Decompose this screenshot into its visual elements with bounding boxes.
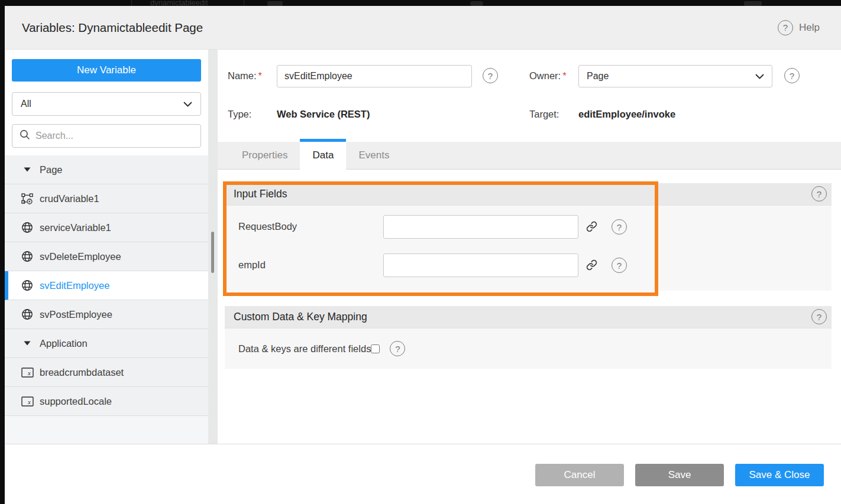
variable-label: svDeleteEmployee <box>40 251 121 262</box>
name-label: Name:* <box>228 70 262 82</box>
model-variable-icon: x <box>20 396 34 407</box>
collapse-triangle-icon[interactable] <box>20 167 34 172</box>
model-variable-icon: x <box>20 368 34 378</box>
empid-help-icon[interactable]: ? <box>612 258 627 273</box>
input-fields-header: Input Fields ? <box>225 183 832 205</box>
sidebar-item-svpostemployee[interactable]: svPostEmployee <box>5 300 208 329</box>
custom-data-body: Data & keys are different fields ? <box>225 328 832 369</box>
sidebar-controls: New Variable All <box>5 50 208 155</box>
tab-events[interactable]: Events <box>346 142 402 169</box>
background-app-strip: dynamictableedit <box>0 0 841 6</box>
variable-detail-panel: Name:* ? Owner:* Page ? Type: Web Servic… <box>218 50 841 444</box>
service-variable-globe-icon <box>20 308 34 320</box>
custom-data-help-icon[interactable]: ? <box>811 309 827 324</box>
background-toolbar-shape <box>470 1 483 6</box>
requestbody-help-icon[interactable]: ? <box>612 219 627 235</box>
cancel-button[interactable]: Cancel <box>535 464 624 486</box>
custom-data-section: Custom Data & Key Mapping ? Data & keys … <box>225 306 832 369</box>
required-asterisk: * <box>562 70 566 81</box>
collapse-triangle-icon[interactable] <box>20 341 34 346</box>
search-icon <box>20 129 30 142</box>
input-fields-body: RequestBody ? empId <box>225 205 832 291</box>
dialog-title: Variables: Dynamictableedit Page <box>22 21 203 35</box>
svg-text:x: x <box>27 398 31 405</box>
different-fields-label: Data & keys are different fields <box>238 343 371 355</box>
different-fields-help-icon[interactable]: ? <box>390 341 405 356</box>
crud-variable-icon <box>20 193 34 204</box>
input-field-row: empId ? <box>225 253 832 277</box>
detail-tabs: Properties Data Events <box>218 142 841 170</box>
sidebar-item-servicevariable1[interactable]: serviceVariable1 <box>5 213 208 242</box>
empid-field[interactable] <box>383 253 578 277</box>
help-icon[interactable]: ? <box>778 20 793 35</box>
sidebar-item-svdeleteemployee[interactable]: svDeleteEmployee <box>5 242 208 271</box>
dialog-footer: Cancel Save Save & Close <box>5 444 841 504</box>
requestbody-field[interactable] <box>383 215 578 239</box>
service-variable-globe-icon <box>20 251 34 262</box>
owner-select[interactable]: Page <box>578 65 772 87</box>
help-link[interactable]: ? Help <box>778 20 820 35</box>
variable-list: Page crudVariable1 <box>5 155 208 416</box>
sidebar-item-supportedlocale[interactable]: x supportedLocale <box>5 387 208 416</box>
new-variable-button[interactable]: New Variable <box>12 59 201 82</box>
sidebar-scrollbar-thumb[interactable] <box>211 232 214 273</box>
group-label: Page <box>40 164 63 175</box>
variable-label: breadcrumbdataset <box>40 367 124 378</box>
owner-help-icon[interactable]: ? <box>784 68 800 83</box>
save-and-close-button[interactable]: Save & Close <box>735 464 824 486</box>
input-field-row: RequestBody ? <box>225 215 832 239</box>
variables-sidebar: New Variable All <box>5 50 208 444</box>
help-label: Help <box>799 22 820 34</box>
target-value: editEmployee/invoke <box>578 109 675 120</box>
group-label: Application <box>40 338 88 349</box>
variable-label: svEditEmployee <box>40 280 109 291</box>
sidebar-item-sveditemployee[interactable]: svEditEmployee <box>5 271 208 300</box>
empid-label: empId <box>238 259 266 271</box>
different-fields-checkbox[interactable] <box>371 344 380 353</box>
background-divider <box>131 0 132 6</box>
bind-link-icon[interactable] <box>586 259 597 273</box>
chevron-down-icon <box>183 99 192 109</box>
name-help-icon[interactable]: ? <box>483 68 498 83</box>
required-asterisk: * <box>258 70 262 81</box>
sidebar-group-application[interactable]: Application <box>5 329 208 358</box>
variable-filter-select[interactable]: All <box>12 92 201 116</box>
input-fields-section: Input Fields ? RequestBody <box>225 183 832 291</box>
dialog-header: Variables: Dynamictableedit Page ? Help <box>5 6 841 50</box>
variables-dialog: Variables: Dynamictableedit Page ? Help … <box>5 6 841 504</box>
dialog-body: New Variable All <box>5 50 841 444</box>
bind-link-icon[interactable] <box>586 221 597 235</box>
input-fields-title: Input Fields <box>234 188 287 200</box>
custom-data-title: Custom Data & Key Mapping <box>234 311 367 323</box>
variable-label: svPostEmployee <box>40 309 112 320</box>
name-field[interactable] <box>277 65 472 87</box>
sidebar-scrollbar[interactable] <box>208 50 218 444</box>
variable-label: supportedLocale <box>40 396 112 407</box>
variable-label: crudVariable1 <box>40 193 99 204</box>
sidebar-item-breadcrumbdataset[interactable]: x breadcrumbdataset <box>5 358 208 387</box>
requestbody-label: RequestBody <box>238 221 297 232</box>
variable-label: serviceVariable1 <box>40 222 111 233</box>
service-variable-globe-icon <box>20 279 34 291</box>
save-button[interactable]: Save <box>635 464 724 486</box>
target-label: Target: <box>529 109 559 120</box>
background-divider <box>244 0 244 6</box>
sidebar-item-crudvariable1[interactable]: crudVariable1 <box>5 184 208 213</box>
input-fields-help-icon[interactable]: ? <box>811 186 827 201</box>
sidebar-group-page[interactable]: Page <box>5 155 208 184</box>
type-value: Web Service (REST) <box>277 109 370 120</box>
search-input[interactable] <box>35 131 193 141</box>
tab-content: Input Fields ? RequestBody <box>218 170 841 369</box>
tab-data[interactable]: Data <box>300 139 346 170</box>
background-app-tab-title: dynamictableedit <box>150 0 208 6</box>
type-label: Type: <box>228 109 251 120</box>
chevron-down-icon <box>755 71 764 82</box>
variable-form: Name:* ? Owner:* Page ? Type: Web Servic… <box>218 50 841 142</box>
background-toolbar-shape <box>744 1 762 6</box>
background-toolbar-shape <box>267 1 283 6</box>
tab-properties[interactable]: Properties <box>229 142 300 169</box>
owner-label: Owner:* <box>529 70 567 82</box>
svg-text:x: x <box>27 369 31 376</box>
variable-search-box <box>12 124 201 148</box>
owner-value: Page <box>587 71 609 82</box>
